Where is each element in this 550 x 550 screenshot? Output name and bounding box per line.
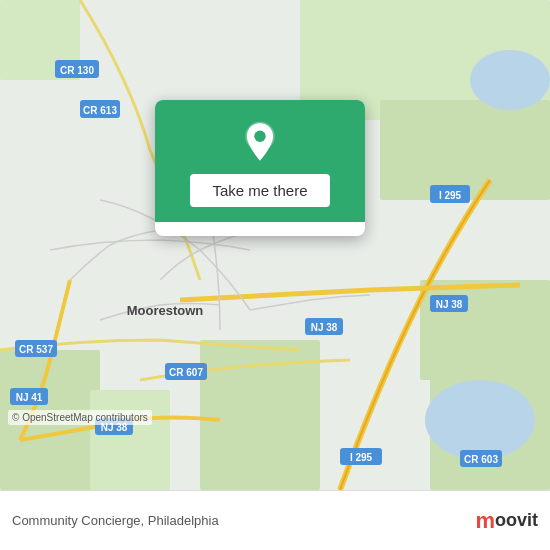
svg-text:CR 603: CR 603 — [464, 454, 498, 465]
popup-green-area: Take me there — [155, 100, 365, 222]
svg-text:CR 607: CR 607 — [169, 367, 203, 378]
map-attribution: © OpenStreetMap contributors — [8, 410, 152, 425]
svg-text:NJ 41: NJ 41 — [16, 392, 43, 403]
popup-pointer — [248, 222, 272, 236]
popup-card: Take me there — [155, 100, 365, 236]
svg-text:CR 537: CR 537 — [19, 344, 53, 355]
svg-text:NJ 38: NJ 38 — [436, 299, 463, 310]
location-pin-icon — [238, 120, 282, 164]
svg-rect-7 — [90, 390, 170, 490]
moovit-logo: moovit — [475, 508, 538, 534]
svg-text:Moorestown: Moorestown — [127, 303, 204, 318]
moovit-logo-rest: oovit — [495, 510, 538, 531]
svg-text:I 295: I 295 — [350, 452, 373, 463]
svg-point-36 — [254, 131, 265, 142]
take-me-there-button[interactable]: Take me there — [190, 174, 329, 207]
svg-text:CR 130: CR 130 — [60, 65, 94, 76]
svg-text:CR 613: CR 613 — [83, 105, 117, 116]
moovit-logo-m: m — [475, 508, 495, 534]
bottom-bar: Community Concierge, Philadelphia moovit — [0, 490, 550, 550]
map-container: CR 130 CR 613 I 295 NJ 38 NJ 38 NJ 41 NJ… — [0, 0, 550, 490]
svg-text:NJ 38: NJ 38 — [311, 322, 338, 333]
svg-text:I 295: I 295 — [439, 190, 462, 201]
app-name-text: Community Concierge, Philadelphia — [12, 513, 219, 528]
svg-point-10 — [470, 50, 550, 110]
svg-point-9 — [425, 380, 535, 460]
